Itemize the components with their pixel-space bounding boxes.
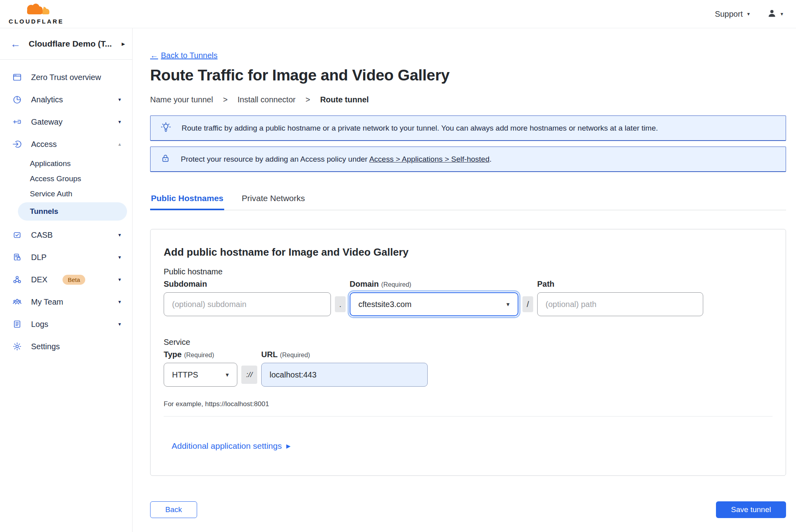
back-link-label: Back to Tunnels [161,51,217,60]
type-required-hint: (Required) [184,352,214,358]
domain-label: Domain(Required) [350,280,518,289]
domain-select[interactable]: cftestsite3.com ▼ [350,292,518,316]
beta-badge: Beta [63,275,85,285]
path-label: Path [537,280,703,289]
step-route-tunnel: Route tunnel [320,95,369,104]
sidebar-item-label: Tunnels [30,207,58,216]
sidebar-item-tunnels[interactable]: Tunnels [18,202,127,221]
subdomain-input[interactable] [164,292,331,316]
sidebar-item-settings[interactable]: Settings [0,335,132,358]
back-arrow-icon[interactable]: ← [10,39,21,49]
save-tunnel-button[interactable]: Save tunnel [716,501,786,518]
domain-field: Domain(Required) cftestsite3.com ▼ [350,280,518,316]
chevron-down-icon: ▼ [505,301,510,307]
sidebar-item-label: My Team [31,297,63,307]
top-header: CLOUDFLARE Support ▼ ▼ [0,0,796,28]
logs-document-icon [12,319,22,329]
additional-application-settings-toggle[interactable]: Additional application settings ▶ [172,441,290,451]
support-label: Support [715,10,743,19]
card-heading: Add public hostname for Image and Video … [164,246,773,258]
chevron-down-icon: ▼ [117,233,122,237]
url-example-hint: For example, https://localhost:8001 [164,400,773,408]
gear-icon [12,342,22,351]
chevron-right-icon[interactable]: ▶ [122,41,125,47]
sidebar-item-service-auth[interactable]: Service Auth [18,186,127,201]
slash-separator: / [522,296,533,312]
step-name-your-tunnel[interactable]: Name your tunnel [150,95,213,104]
chevron-down-icon: ▼ [117,322,122,327]
url-label: URL(Required) [261,350,428,359]
sidebar-item-dex[interactable]: DEX Beta ▼ [0,268,132,291]
chevron-down-icon: ▼ [117,97,122,102]
service-type-select[interactable]: HTTPS ▼ [164,363,237,387]
sidebar-item-dlp[interactable]: DLP ▼ [0,246,132,268]
chevron-down-icon: ▼ [225,372,230,378]
type-label-text: Type [164,350,182,359]
sidebar-item-applications[interactable]: Applications [18,156,127,171]
public-hostname-section-label: Public hostname [164,267,773,276]
pie-chart-icon [12,95,22,104]
lightbulb-icon [160,122,171,135]
back-to-tunnels-link[interactable]: ← Back to Tunnels [150,51,217,60]
sidebar-item-logs[interactable]: Logs ▼ [0,313,132,335]
step-separator: > [223,95,228,104]
sidebar-item-label: CASB [31,231,53,240]
tab-private-networks[interactable]: Private Networks [241,194,306,210]
hostname-field-row: Subdomain . Domain(Required) cftestsite3… [164,280,773,316]
network-nodes-icon [12,275,22,284]
card-divider [164,416,773,417]
access-applications-self-hosted-link[interactable]: Access > Applications > Self-hosted [369,155,489,163]
sidebar-item-label: Settings [31,342,60,351]
back-button[interactable]: Back [150,501,197,518]
main-content: ← Back to Tunnels Route Traffic for Imag… [133,28,796,532]
url-label-text: URL [261,350,278,359]
type-selected-value: HTTPS [172,370,198,379]
page-title: Route Traffic for Image and Video Galler… [150,66,786,84]
wizard-steps: Name your tunnel > Install connector > R… [150,95,786,104]
account-name: Cloudflare Demo (T... [29,39,114,49]
sidebar-item-access[interactable]: Access ▲ [0,133,132,155]
chevron-up-icon: ▲ [117,142,122,147]
path-input[interactable] [537,292,703,316]
step-install-connector[interactable]: Install connector [238,95,296,104]
additional-settings-label: Additional application settings [172,441,282,451]
dot-separator: . [335,296,346,312]
hostname-tabs: Public Hostnames Private Networks [150,190,786,210]
cloudflare-cloud-icon [22,3,50,18]
sidebar-item-my-team[interactable]: My Team ▼ [0,291,132,313]
access-icon [12,139,22,149]
sidebar-item-analytics[interactable]: Analytics ▼ [0,88,132,111]
support-menu[interactable]: Support ▼ [715,10,751,19]
sidebar-item-label: Zero Trust overview [31,73,101,82]
sidebar-item-label: Gateway [31,117,63,127]
chevron-down-icon: ▼ [117,119,122,124]
sidebar-item-zero-trust-overview[interactable]: Zero Trust overview [0,66,132,88]
sidebar-item-label: Logs [31,320,48,329]
chevron-down-icon: ▼ [780,12,784,16]
step-separator: > [305,95,310,104]
sidebar-item-access-groups[interactable]: Access Groups [18,171,127,186]
tab-public-hostnames[interactable]: Public Hostnames [150,194,224,210]
sidebar-item-label: DEX [31,275,47,284]
back-arrow-icon: ← [150,51,158,60]
banner-text-suffix: . [489,155,491,163]
user-menu[interactable]: ▼ [767,9,784,20]
sidebar-item-gateway[interactable]: Gateway ▼ [0,111,132,133]
domain-required-hint: (Required) [381,281,411,288]
casb-check-box-icon [12,230,22,240]
type-label: Type(Required) [164,350,237,359]
service-url-input[interactable] [261,363,428,387]
sidebar-item-label: Applications [30,159,70,168]
user-avatar-icon [767,9,776,20]
cloudflare-logo[interactable]: CLOUDFLARE [6,3,66,25]
app-root: CLOUDFLARE Support ▼ ▼ ← C [0,0,796,532]
service-url-field: URL(Required) [261,350,428,387]
gateway-icon [12,117,22,127]
sidebar-item-casb[interactable]: CASB ▼ [0,224,132,246]
info-banner-protect-resource: Protect your resource by adding an Acces… [150,147,786,172]
sidebar-item-label: DLP [31,253,47,262]
domain-selected-value: cftestsite3.com [358,300,411,309]
sidebar-account-header: ← Cloudflare Demo (T... ▶ [0,28,132,60]
topbar-right: Support ▼ ▼ [715,9,784,20]
banner-text: Protect your resource by adding an Acces… [181,155,492,164]
